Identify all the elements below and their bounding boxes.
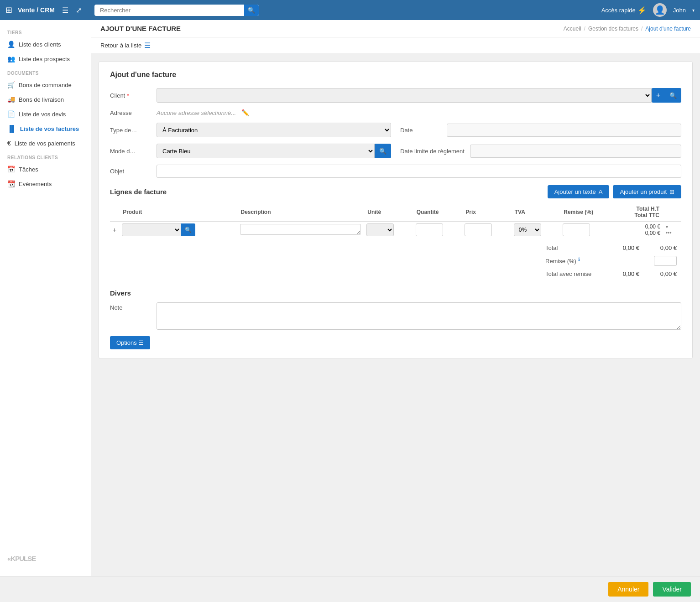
client-input-group: + 🔍 bbox=[157, 88, 681, 103]
sidebar-item-label-factures: Liste de vos factures bbox=[20, 125, 79, 132]
sidebar-item-prospects[interactable]: 👥 Liste des prospects bbox=[0, 52, 91, 66]
sidebar-item-taches[interactable]: 📅 Tâches bbox=[0, 162, 91, 176]
description-input[interactable] bbox=[240, 224, 361, 235]
search-input[interactable] bbox=[98, 5, 244, 16]
cancel-button[interactable]: Annuler bbox=[608, 582, 648, 597]
type-select[interactable]: À Facturation Autre bbox=[157, 123, 391, 137]
sidebar-item-factures[interactable]: ▐▌ Liste de vos factures bbox=[0, 121, 91, 136]
col-prix: Prix bbox=[462, 203, 511, 222]
unit-select[interactable] bbox=[366, 223, 394, 236]
total-remise-label: Total avec remise bbox=[542, 269, 606, 279]
add-product-label: Ajouter un produit bbox=[620, 188, 667, 195]
sidebar-item-bons-commande[interactable]: 🛒 Bons de commande bbox=[0, 78, 91, 92]
add-product-button[interactable]: Ajouter un produit ⊞ bbox=[613, 185, 681, 198]
line-total-ht: 0,00 € bbox=[645, 223, 660, 230]
product-icon: ⊞ bbox=[669, 188, 674, 195]
chevron-down-icon[interactable]: ▾ bbox=[692, 8, 695, 13]
row-dots-icon[interactable]: ••• bbox=[666, 230, 672, 236]
text-icon: A bbox=[599, 188, 603, 195]
date-limite-group: Date limite de règlement 2019-05-23 bbox=[400, 144, 681, 158]
client-add-button[interactable]: + bbox=[652, 88, 665, 103]
menu-icon[interactable]: ☰ bbox=[62, 6, 68, 15]
date-limite-label: Date limite de règlement bbox=[400, 148, 465, 155]
quick-access-label: Accès rapide bbox=[601, 7, 636, 14]
note-label: Note bbox=[110, 302, 151, 311]
product-select[interactable] bbox=[122, 223, 181, 236]
logo-text: «KPULSE bbox=[7, 555, 36, 562]
total-remise-ht: 0,00 € bbox=[606, 269, 643, 279]
sidebar-item-label-paiements: Liste de vos paiements bbox=[15, 140, 75, 147]
options-button[interactable]: Options ☰ bbox=[110, 336, 150, 349]
topnav-right: Accès rapide ⚡ 👤 John ▾ bbox=[601, 3, 695, 17]
objet-label: Objet bbox=[110, 168, 151, 175]
sidebar-item-devis[interactable]: 📄 Liste de vos devis bbox=[0, 107, 91, 121]
username: John bbox=[673, 7, 686, 14]
objet-input[interactable] bbox=[157, 165, 681, 178]
breadcrumb-gestion[interactable]: Gestion des factures bbox=[588, 26, 638, 32]
client-search-button[interactable]: 🔍 bbox=[665, 88, 681, 103]
mode-datelimite-row: Mode d… Carte Bleu Virement Espèces Chèq… bbox=[110, 144, 681, 158]
sidebar-item-label-devis: Liste de vos devis bbox=[19, 111, 66, 118]
sidebar-item-label-prospects: Liste des prospects bbox=[19, 56, 70, 62]
remise-input[interactable]: 0.0 bbox=[563, 223, 590, 236]
address-edit-icon[interactable]: ✏️ bbox=[241, 109, 249, 116]
col-description: Description bbox=[237, 203, 364, 222]
note-textarea[interactable] bbox=[157, 302, 681, 330]
table-row: + 🔍 bbox=[110, 222, 681, 239]
top-navbar: ⊞ Vente / CRM ☰ ⤢ 🔍 Accès rapide ⚡ 👤 Joh… bbox=[0, 0, 700, 20]
address-row: Adresse Aucune adresse sélectionné... ✏️ bbox=[110, 109, 681, 116]
col-total-ht: Total H.T Total TTC bbox=[615, 203, 663, 222]
price-input[interactable]: 0.0 bbox=[465, 223, 492, 236]
invoice-table: Produit Description Unité Quantité Prix … bbox=[110, 203, 681, 238]
tva-select[interactable]: 0% 5.5% 10% 20% bbox=[514, 223, 541, 236]
col-quantite: Quantité bbox=[413, 203, 462, 222]
type-label: Type de… bbox=[110, 127, 151, 134]
sidebar-item-paiements[interactable]: € Liste de vos paiements bbox=[0, 136, 91, 150]
avatar[interactable]: 👤 bbox=[653, 3, 667, 17]
mode-select[interactable]: Carte Bleu Virement Espèces Chèque bbox=[157, 144, 375, 158]
col-unite: Unité bbox=[364, 203, 413, 222]
back-link-row: Retour à la liste ☰ bbox=[91, 37, 700, 54]
form-card: Ajout d'une facture Client * + 🔍 Adresse… bbox=[99, 61, 693, 359]
breadcrumb-sep-1: / bbox=[584, 26, 585, 32]
sidebar-item-label-clients: Liste des clients bbox=[19, 41, 61, 48]
line-total-ttc: 0,00 € bbox=[645, 230, 660, 236]
row-chevron-icon[interactable]: ▾ bbox=[666, 224, 668, 229]
client-select[interactable] bbox=[157, 88, 652, 103]
col-tva: TVA bbox=[511, 203, 560, 222]
sidebar-item-bons-livraison[interactable]: 🚚 Bons de livraison bbox=[0, 92, 91, 107]
main-layout: TIERS 👤 Liste des clients 👥 Liste des pr… bbox=[0, 20, 700, 576]
quick-access: Accès rapide ⚡ bbox=[601, 6, 647, 15]
sidebar-item-label-evenements: Evènements bbox=[19, 181, 52, 187]
totals-section: Total 0,00 € 0,00 € Remise (%) ℹ 0 bbox=[110, 242, 681, 280]
address-label: Adresse bbox=[110, 109, 151, 116]
bons-livraison-icon: 🚚 bbox=[7, 96, 15, 103]
product-search-button[interactable]: 🔍 bbox=[181, 223, 195, 236]
sidebar-item-clients[interactable]: 👤 Liste des clients bbox=[0, 37, 91, 52]
add-text-button[interactable]: Ajouter un texte A bbox=[548, 185, 610, 198]
back-label[interactable]: Retour à la liste bbox=[100, 42, 141, 49]
grid-icon[interactable]: ⊞ bbox=[5, 5, 12, 15]
sidebar-section-tiers: TIERS bbox=[0, 26, 91, 37]
breadcrumb-ajout[interactable]: Ajout d'une facture bbox=[645, 26, 691, 32]
quantity-input[interactable]: 1.0 bbox=[416, 223, 443, 236]
type-date-row: Type de… À Facturation Autre Date 2019-0… bbox=[110, 123, 681, 137]
sidebar-item-evenements[interactable]: 📆 Evènements bbox=[0, 176, 91, 191]
search-button[interactable]: 🔍 bbox=[244, 5, 259, 16]
date-input[interactable]: 2019-05-23 bbox=[447, 124, 681, 137]
required-asterisk: * bbox=[127, 92, 129, 99]
bolt-icon: ⚡ bbox=[637, 6, 647, 15]
mode-search-button[interactable]: 🔍 bbox=[375, 144, 391, 158]
expand-icon[interactable]: ⤢ bbox=[76, 6, 82, 15]
date-limite-input[interactable]: 2019-05-23 bbox=[470, 145, 681, 158]
total-remise-ttc: 0,00 € bbox=[644, 269, 680, 279]
total-remise-row: Total avec remise 0,00 € 0,00 € bbox=[542, 269, 680, 279]
list-icon[interactable]: ☰ bbox=[144, 41, 151, 50]
totals-table: Total 0,00 € 0,00 € Remise (%) ℹ 0 bbox=[541, 242, 681, 280]
remise-total-input[interactable]: 0 bbox=[654, 256, 677, 266]
prospects-icon: 👥 bbox=[7, 55, 15, 62]
footer-bar: Annuler Valider bbox=[0, 576, 700, 602]
row-plus-icon[interactable]: + bbox=[113, 226, 116, 234]
validate-button[interactable]: Valider bbox=[653, 582, 691, 597]
breadcrumb-accueil[interactable]: Accueil bbox=[564, 26, 581, 32]
